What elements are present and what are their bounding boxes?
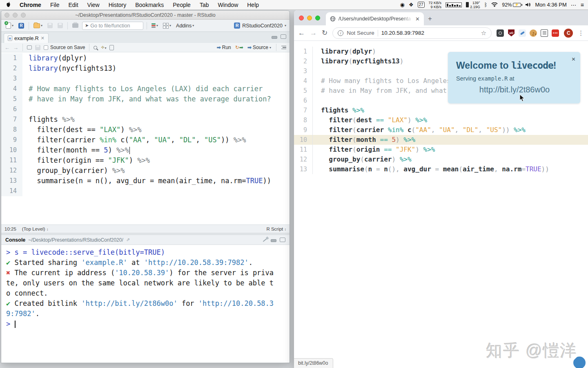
new-tab-button[interactable]: + [428,15,432,23]
dropbox-icon[interactable]: ❖ [409,2,414,8]
editor-line-14[interactable]: 14 [1,186,290,196]
code-editor[interactable]: 1library(dplyr)2library(nycflights13)34#… [1,52,290,224]
project-menu-button[interactable]: R RStudioConf2020 ▾ [234,22,286,29]
clear-console-icon[interactable] [263,238,267,242]
goto-file-function-input[interactable]: ➤ Go to file/function [82,22,143,30]
goto-directory-icon[interactable]: ⇗ [126,237,130,242]
popup-bitly-link[interactable]: http://bit.ly/2t86w0o [456,85,573,94]
editor-line-9[interactable]: 9 filter(carrier %in% c("AA", "UA", "DL"… [1,135,290,145]
chrome-traffic-lights[interactable] [299,16,320,20]
new-file-button[interactable]: +▾ [4,22,15,29]
zoom-window-button[interactable] [315,16,320,20]
menu-item-people[interactable]: People [168,0,195,10]
menu-item-view[interactable]: View [83,0,104,10]
ublock-extension-icon[interactable]: uO [508,29,515,37]
wifi-icon[interactable] [491,2,498,7]
tab-example-r[interactable]: example.R ✕ [4,33,49,43]
addins-button[interactable]: Addins▾ [175,22,195,29]
profile-avatar[interactable]: C [564,29,573,38]
menu-item-history[interactable]: History [104,0,131,10]
editor-line-10[interactable]: 10 filter(month == 5) %>% [1,145,290,155]
notification-center-icon[interactable]: ≡ [581,2,584,8]
rstudio-titlebar[interactable]: ~/Desktop/Presentations/RStudioConf2020 … [1,11,290,20]
save-button[interactable] [46,22,54,29]
console-minimize-icon[interactable] [271,239,276,242]
editor-line-5[interactable]: 5# have in May from JFK, and what was th… [1,94,290,104]
menu-item-edit[interactable]: Edit [64,0,82,10]
forward-button[interactable]: → [310,29,317,37]
address-bar[interactable]: i Not Secure 10.20.58.39:7982 ☆ [332,27,492,39]
source-on-save-toggle[interactable]: Source on Save [44,45,85,50]
code-tools-icon[interactable]: ✧▾ [100,45,106,50]
editor-line-7[interactable]: 7flights %>% [1,114,290,125]
volume-icon[interactable] [525,2,531,7]
popup-close-icon[interactable]: ✕ [572,55,575,63]
console-pane-buttons[interactable] [263,238,285,242]
editor-line-4[interactable]: 4# How many flights to Los Angeles (LAX)… [1,84,290,94]
forward-nav-icon[interactable]: → [13,45,18,51]
page-info-icon[interactable]: i [338,30,343,36]
console-header[interactable]: Console ~/Desktop/Presentations/RStudioC… [1,235,290,245]
editor-line-8[interactable]: 8 filter(dest == "LAX") %>% [1,125,290,135]
apple-menu[interactable] [0,2,15,8]
menu-item-window[interactable]: Window [213,0,243,10]
record-icon[interactable]: ◉ [400,2,405,8]
editor-line-1[interactable]: 1library(dplyr) [1,53,290,63]
back-nav-icon[interactable]: ← [4,45,10,51]
popout-icon[interactable] [27,45,32,49]
calendar-icon[interactable]: 27 [418,2,425,8]
chrome-menu-icon[interactable]: ⋮ [578,29,584,37]
console-output[interactable]: > s = livecode::serve_file(bitly=TRUE)✔ … [1,245,290,363]
minimize-window-button[interactable] [307,16,312,20]
network-graph-icon[interactable] [445,2,462,7]
editor-line-11[interactable]: 11 filter(origin == "JFK") %>% [1,155,290,166]
console-maximize-icon[interactable] [280,238,285,242]
lighthouse-extension-icon[interactable] [497,29,504,37]
bluetooth-icon[interactable]: ᛒ [484,2,488,8]
document-outline-icon[interactable] [281,46,286,49]
editor-line-13[interactable]: 13 summarise(n = n(), avg_dur = mean(air… [1,176,290,186]
menu-item-tab[interactable]: Tab [195,0,214,10]
open-file-button[interactable]: ▾ [32,22,44,29]
panes-layout-button[interactable]: ▾ [162,22,172,29]
menu-item-file[interactable]: File [46,0,64,10]
blue-extension-icon[interactable] [519,29,526,37]
new-project-button[interactable]: R [17,22,25,29]
menu-item-help[interactable]: Help [243,0,263,10]
compile-report-icon[interactable] [109,45,114,50]
more-icon[interactable]: ⋯ [571,2,577,8]
browser-tab[interactable]: /Users/rundel/Desktop/Presenta ✕ [326,12,424,25]
minimize-pane-icon[interactable] [272,36,277,39]
menu-item-chrome[interactable]: Chrome [15,0,46,10]
battery-widget[interactable]: 92% ⚡ [502,2,521,8]
source-button[interactable]: ➡ Source ▾ [247,45,271,50]
tab-close-icon[interactable]: ✕ [41,36,45,41]
reload-button[interactable]: ↻ [322,29,327,37]
news-extension-icon[interactable] [541,29,548,37]
rerun-icon[interactable]: ↻➡ [235,45,243,50]
file-type-selector[interactable]: R Script ↕ [266,227,286,231]
git-menu-button[interactable]: ▾ [150,22,159,29]
editor-line-6[interactable]: 6 [1,104,290,114]
editor-save-icon[interactable] [35,45,40,50]
editor-line-12[interactable]: 12 group_by(carrier) %>% [1,166,290,176]
scope-selector[interactable]: (Top Level) ↕ [22,227,49,231]
find-replace-icon[interactable] [94,46,97,49]
editor-line-2[interactable]: 2library(nycflights13) [1,63,290,74]
source-on-save-checkbox[interactable] [44,45,48,50]
maximize-pane-icon[interactable] [281,34,286,39]
bookmark-star-icon[interactable]: ☆ [481,29,486,37]
cookie-extension-icon[interactable] [530,29,537,37]
print-button[interactable] [71,22,80,29]
tab-close-icon[interactable]: ✕ [415,16,420,22]
editor-line-3[interactable]: 3 [1,74,290,84]
menu-item-bookmarks[interactable]: Bookmarks [131,0,168,10]
run-button[interactable]: ➡ Run [217,45,231,50]
close-window-button[interactable] [299,16,304,20]
save-all-button[interactable] [56,22,64,29]
source-pane-window-buttons[interactable] [272,34,286,39]
red-extension-icon[interactable]: ••• [552,29,559,37]
back-button[interactable]: ← [298,29,305,37]
url-text[interactable]: 10.20.58.39:7982 [381,30,424,36]
menu-clock[interactable]: Mon 4:36 PM [535,2,567,8]
